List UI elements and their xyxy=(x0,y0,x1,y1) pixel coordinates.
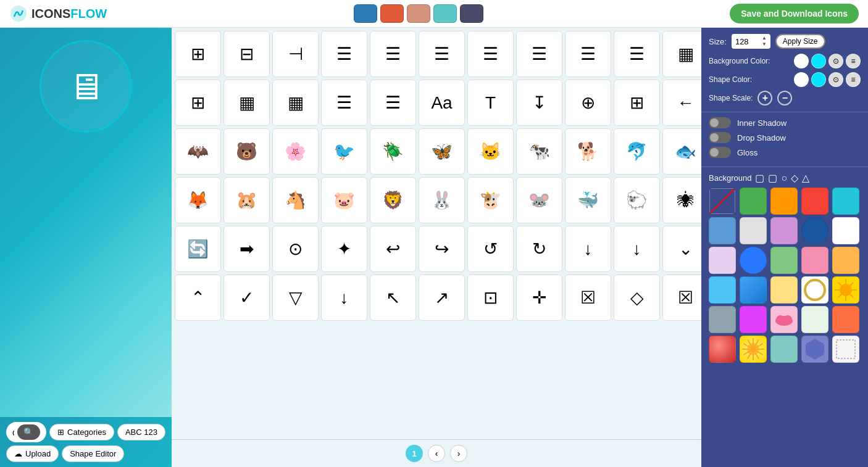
icon-cell[interactable]: ✦ xyxy=(321,226,367,272)
bg-swatch[interactable] xyxy=(770,247,798,274)
drop-shadow-toggle[interactable] xyxy=(709,132,731,143)
header-swatch-5[interactable] xyxy=(460,4,483,23)
icon-cell[interactable]: ⊞ xyxy=(614,80,660,126)
bg-swatch[interactable] xyxy=(740,276,767,304)
icon-cell[interactable]: ← xyxy=(662,80,701,126)
icon-cell[interactable]: 🐴 xyxy=(272,177,319,223)
icon-cell[interactable]: ⊣ xyxy=(272,31,319,77)
icon-cell[interactable]: 🐷 xyxy=(321,177,367,223)
icon-cell[interactable]: ↓ xyxy=(565,226,611,272)
icon-cell[interactable]: ▦ xyxy=(272,80,319,126)
icon-cell[interactable]: ◇ xyxy=(614,275,660,321)
icon-cell[interactable]: ⊕ xyxy=(565,80,611,126)
bg-swatch[interactable] xyxy=(709,217,736,244)
shape-color-cyan[interactable] xyxy=(811,72,826,87)
icon-cell[interactable]: ⊞ xyxy=(175,31,221,77)
bg-swatch[interactable] xyxy=(832,336,859,363)
icon-cell[interactable]: 🕷 xyxy=(662,177,701,223)
icon-grid-scroll[interactable]: ⊞⊟⊣☰☰☰☰☰☰☰▦▦▤▤⊞▦▦☰☰AaT↧⊕⊞←⊞→↑🦇🐻🌸🐦🪲🦋🐱🐄🐕🐬🐟… xyxy=(172,28,701,439)
icon-cell[interactable]: 🐟 xyxy=(662,128,701,175)
icon-cell[interactable]: ⌃ xyxy=(175,275,221,321)
icon-cell[interactable]: T xyxy=(467,80,514,126)
icon-cell[interactable]: 🐹 xyxy=(223,177,270,223)
search-button[interactable]: 🔍 xyxy=(17,424,40,440)
save-download-button[interactable]: Save and Download Icons xyxy=(730,4,859,23)
header-swatch-4[interactable] xyxy=(433,4,457,23)
shape-color-picker1[interactable]: ⊙ xyxy=(828,72,843,87)
bg-swatch[interactable] xyxy=(770,336,798,363)
icon-cell[interactable]: ☰ xyxy=(370,31,416,77)
icon-cell[interactable]: ☰ xyxy=(516,31,562,77)
bg-swatch[interactable] xyxy=(801,247,828,274)
bg-swatch[interactable] xyxy=(832,188,859,215)
bg-swatch[interactable] xyxy=(832,247,859,274)
size-input[interactable] xyxy=(735,37,760,46)
icon-cell[interactable]: 🦇 xyxy=(175,128,221,175)
bg-swatch[interactable] xyxy=(770,217,798,244)
bg-swatch[interactable] xyxy=(740,336,767,363)
bg-swatch[interactable] xyxy=(801,336,828,363)
bg-shape-triangle[interactable]: △ xyxy=(802,172,809,184)
bg-swatch[interactable] xyxy=(801,188,828,215)
icon-cell[interactable]: ⊡ xyxy=(467,275,514,321)
icon-cell[interactable]: 🐳 xyxy=(565,177,611,223)
icon-cell[interactable]: ↩ xyxy=(370,226,416,272)
bg-color-picker1[interactable]: ⊙ xyxy=(828,54,843,68)
header-swatch-2[interactable] xyxy=(380,4,404,23)
next-page-button[interactable]: › xyxy=(450,445,467,462)
icon-cell[interactable]: 🐬 xyxy=(614,128,660,175)
bg-shape-square2[interactable]: ▢ xyxy=(768,172,777,184)
icon-cell[interactable]: 🪲 xyxy=(370,128,416,175)
icon-cell[interactable]: 🔄 xyxy=(175,226,221,272)
icon-cell[interactable]: 🐄 xyxy=(516,128,562,175)
icon-cell[interactable]: ↓ xyxy=(321,275,367,321)
apply-size-button[interactable]: Apply Size xyxy=(775,34,825,49)
icon-cell[interactable]: ☒ xyxy=(662,275,701,321)
icon-cell[interactable]: 🐮 xyxy=(467,177,514,223)
icon-cell[interactable]: 🦋 xyxy=(419,128,465,175)
icon-cell[interactable]: ↧ xyxy=(516,80,562,126)
icon-cell[interactable]: ☒ xyxy=(565,275,611,321)
bg-swatch[interactable] xyxy=(832,217,859,244)
icon-cell[interactable]: ➡ xyxy=(223,226,270,272)
icon-cell[interactable]: ☰ xyxy=(614,31,660,77)
gloss-toggle[interactable] xyxy=(709,147,731,158)
icon-cell[interactable]: 🐱 xyxy=(467,128,514,175)
icon-cell[interactable]: ⊟ xyxy=(223,31,270,77)
icon-cell[interactable]: 🐦 xyxy=(321,128,367,175)
inner-shadow-toggle[interactable] xyxy=(709,117,731,128)
scale-decrease-button[interactable]: − xyxy=(777,91,792,105)
bg-color-cyan[interactable] xyxy=(811,54,826,68)
abc-button[interactable]: ABC 123 xyxy=(117,424,165,440)
icon-cell[interactable]: 🌸 xyxy=(272,128,319,175)
categories-button[interactable]: ⊞ Categories xyxy=(49,424,114,440)
bg-swatch[interactable] xyxy=(770,306,798,333)
bg-swatch[interactable] xyxy=(832,276,859,304)
bg-swatch[interactable] xyxy=(709,306,736,333)
icon-cell[interactable]: ↗ xyxy=(419,275,465,321)
icon-cell[interactable]: ⌄ xyxy=(662,226,701,272)
icon-cell[interactable]: ↪ xyxy=(419,226,465,272)
shape-color-picker2[interactable]: ≡ xyxy=(846,72,861,87)
bg-swatch[interactable] xyxy=(740,247,767,274)
bg-swatch[interactable] xyxy=(709,188,736,215)
size-down-arrow[interactable]: ▼ xyxy=(762,41,767,48)
bg-swatch[interactable] xyxy=(770,188,798,215)
icon-cell[interactable]: ↺ xyxy=(467,226,514,272)
icon-cell[interactable]: 🦊 xyxy=(175,177,221,223)
icon-cell[interactable]: ☰ xyxy=(370,80,416,126)
icon-cell[interactable]: 🦁 xyxy=(370,177,416,223)
icon-cell[interactable]: ☰ xyxy=(321,80,367,126)
bg-shape-square1[interactable]: ▢ xyxy=(755,172,764,184)
bg-swatch[interactable] xyxy=(801,306,828,333)
icon-cell[interactable]: ✛ xyxy=(516,275,562,321)
icon-cell[interactable]: ▦ xyxy=(223,80,270,126)
header-swatch-1[interactable] xyxy=(354,4,377,23)
upload-button[interactable]: ☁ Upload xyxy=(6,445,59,462)
bg-swatch[interactable] xyxy=(801,217,828,244)
header-swatch-3[interactable] xyxy=(407,4,430,23)
bg-swatch[interactable] xyxy=(709,276,736,304)
icon-cell[interactable]: 🐑 xyxy=(614,177,660,223)
shape-editor-button[interactable]: Shape Editor xyxy=(62,445,124,462)
icon-cell[interactable]: ☰ xyxy=(419,31,465,77)
